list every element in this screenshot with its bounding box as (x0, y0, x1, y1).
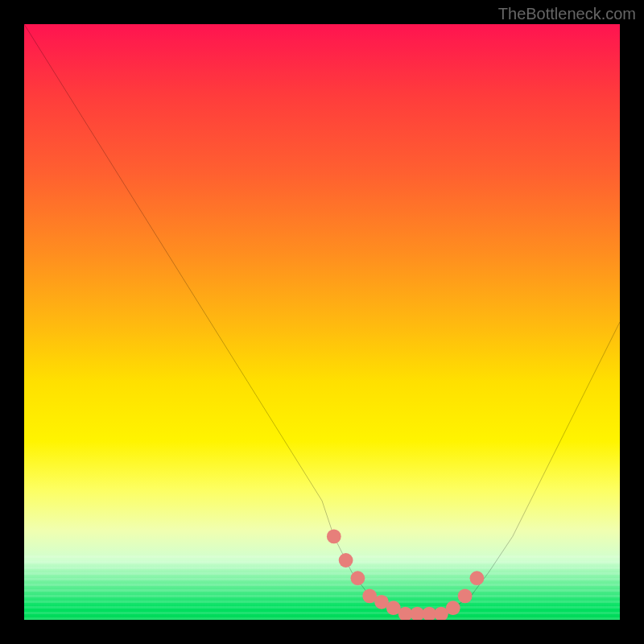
watermark-text: TheBottleneck.com (498, 5, 636, 23)
highlight-dot (458, 589, 473, 604)
chart-svg (24, 24, 620, 620)
highlight-dot (351, 571, 365, 585)
highlight-dot (470, 571, 485, 585)
chart-plot-area (24, 24, 620, 620)
highlight-dots-group (327, 530, 484, 620)
highlight-dot (327, 530, 341, 544)
highlight-dot (339, 553, 353, 568)
bottleneck-curve-line (24, 24, 620, 614)
highlight-dot (446, 601, 460, 615)
